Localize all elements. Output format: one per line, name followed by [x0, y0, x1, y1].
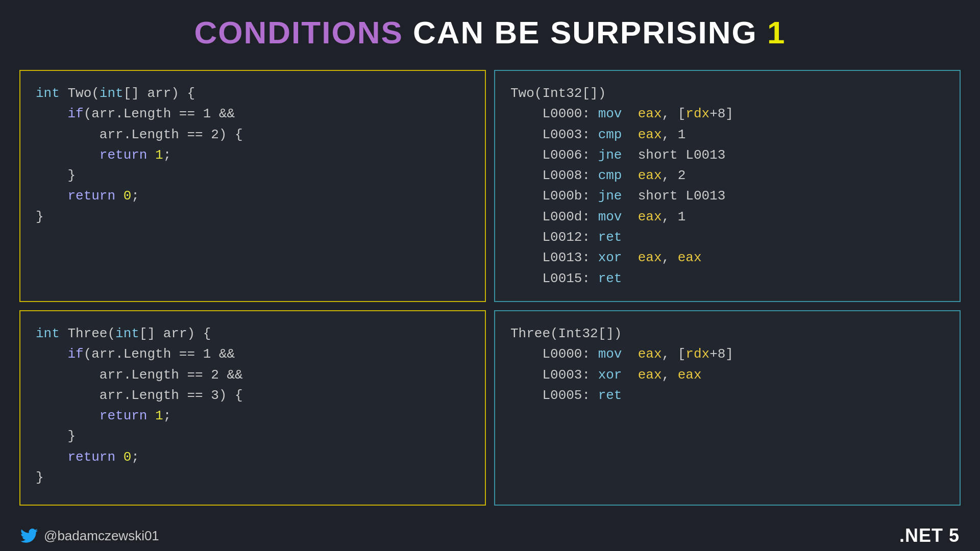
title-rest: CAN BE SURPRISING	[403, 15, 767, 50]
panels-grid: int Two(int[] arr) { if(arr.Length == 1 …	[0, 61, 980, 515]
net5-label: .NET 5	[899, 525, 960, 546]
twitter-icon	[20, 527, 38, 544]
panel-bottom-left-source: int Three(int[] arr) { if(arr.Length == …	[19, 310, 486, 506]
panel-top-left-source: int Two(int[] arr) { if(arr.Length == 1 …	[19, 70, 486, 302]
code-three-asm: Three(Int32[]) L0000: mov eax, [rdx+8] L…	[510, 323, 944, 406]
panel-bottom-right-asm: Three(Int32[]) L0000: mov eax, [rdx+8] L…	[494, 310, 961, 506]
panel-top-right-asm: Two(Int32[]) L0000: mov eax, [rdx+8] L00…	[494, 70, 961, 302]
page-title: CONDITIONS CAN BE SURPRISING 1	[0, 0, 980, 61]
code-two-asm: Two(Int32[]) L0000: mov eax, [rdx+8] L00…	[510, 83, 944, 289]
footer: @badamczewski01 .NET 5	[0, 520, 980, 551]
title-num: 1	[767, 15, 786, 50]
net5-text: .NET 5	[899, 525, 960, 546]
title-conditions: CONDITIONS	[194, 15, 403, 50]
code-three-source: int Three(int[] arr) { if(arr.Length == …	[36, 323, 470, 488]
code-two-source: int Two(int[] arr) { if(arr.Length == 1 …	[36, 83, 470, 227]
twitter-handle-text: @badamczewski01	[44, 528, 159, 544]
twitter-handle: @badamczewski01	[20, 527, 159, 544]
